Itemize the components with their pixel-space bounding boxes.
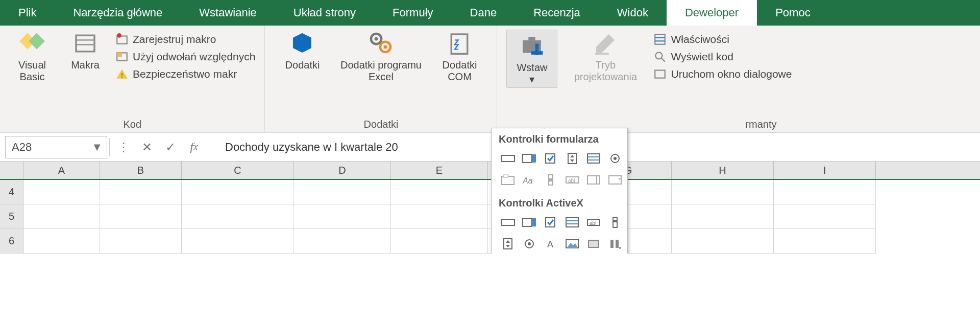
cell[interactable] (100, 229, 182, 254)
design-mode-button[interactable]: Tryb projektowania (565, 30, 646, 83)
ax-button-icon[interactable] (499, 213, 517, 232)
cell[interactable] (391, 229, 488, 254)
form-combobox-icon[interactable] (520, 149, 538, 168)
ax-combobox-icon[interactable] (520, 213, 538, 232)
macros-button[interactable]: Makra (62, 30, 108, 71)
cell[interactable] (391, 204, 488, 229)
cell[interactable] (391, 180, 488, 204)
cell[interactable] (774, 204, 876, 229)
col-header-A[interactable]: A (23, 162, 100, 179)
col-header-C[interactable]: C (182, 162, 294, 179)
cell[interactable] (23, 180, 100, 204)
svg-point-75 (619, 247, 621, 249)
tab-home[interactable]: Narzędzia główne (55, 0, 181, 26)
view-code-button[interactable]: Wyświetl kod (653, 50, 792, 63)
form-listbox-icon[interactable] (584, 149, 603, 168)
form-spinner-icon[interactable] (563, 149, 581, 168)
ax-label-icon[interactable]: A (542, 235, 560, 253)
form-dropdown-icon[interactable] (606, 171, 624, 189)
col-header-D[interactable]: D (294, 162, 391, 179)
com-addins-button[interactable]: Dodatki COM (431, 30, 487, 83)
col-header-B[interactable]: B (100, 162, 182, 179)
tab-insert[interactable]: Wstawianie (181, 0, 275, 26)
cancel-formula-button[interactable]: ✕ (135, 136, 159, 158)
tab-help[interactable]: Pomoc (757, 0, 828, 26)
select-all-corner[interactable] (0, 162, 23, 179)
visual-basic-icon (18, 30, 46, 57)
macros-icon (71, 30, 99, 57)
cell[interactable] (23, 229, 100, 254)
form-button-icon[interactable] (499, 149, 517, 168)
form-groupbox-icon[interactable] (499, 171, 517, 189)
svg-rect-55 (546, 218, 555, 227)
com-addins-icon (446, 30, 473, 57)
formula-dots-button[interactable]: ⋮ (112, 136, 135, 158)
cell[interactable] (294, 180, 391, 204)
form-label-icon[interactable]: Aa (520, 171, 538, 189)
cell[interactable] (294, 229, 391, 254)
tab-formulas[interactable]: Formuły (374, 0, 451, 26)
addins-button[interactable]: Dodatki (274, 30, 330, 71)
svg-text:A: A (547, 239, 553, 249)
tab-view[interactable]: Widok (599, 0, 667, 26)
cell[interactable] (672, 180, 774, 204)
col-header-H[interactable]: H (672, 162, 774, 179)
visual-basic-button[interactable]: Visual Basic (9, 30, 55, 83)
svg-rect-8 (117, 53, 122, 57)
cell[interactable] (294, 204, 391, 229)
tab-data[interactable]: Dane (452, 0, 516, 26)
svg-rect-62 (613, 220, 617, 222)
addins-label: Dodatki (285, 59, 320, 71)
tab-developer[interactable]: Deweloper (667, 0, 757, 26)
svg-rect-54 (532, 218, 536, 226)
cell[interactable] (774, 229, 876, 254)
ax-listbox-icon[interactable] (563, 213, 581, 232)
insert-function-button[interactable]: fx (182, 136, 206, 158)
cell[interactable] (672, 204, 774, 229)
form-optionbutton-icon[interactable] (606, 149, 624, 168)
cell[interactable] (672, 229, 774, 254)
name-box-dropdown-icon[interactable]: ▼ (91, 141, 103, 154)
cell[interactable] (100, 180, 182, 204)
run-dialog-button[interactable]: Uruchom okno dialogowe (653, 67, 792, 81)
view-code-icon (653, 50, 667, 63)
cell[interactable] (182, 229, 294, 254)
properties-button[interactable]: Właściwości (653, 33, 792, 46)
row-header-4[interactable]: 4 (0, 180, 23, 204)
ax-textbox-icon[interactable]: ab| (584, 213, 603, 232)
relative-refs-button[interactable]: Użyj odwołań względnych (115, 50, 255, 63)
ax-checkbox-icon[interactable] (542, 213, 560, 232)
row-header-6[interactable]: 6 (0, 229, 23, 254)
row-header-5[interactable]: 5 (0, 204, 23, 229)
tab-review[interactable]: Recenzja (515, 0, 599, 26)
svg-rect-50 (609, 176, 621, 184)
run-dialog-label: Uruchom okno dialogowe (671, 68, 792, 80)
name-box[interactable]: A28 ▼ (5, 136, 107, 158)
record-macro-button[interactable]: Zarejestruj makro (115, 33, 255, 46)
excel-addins-button[interactable]: Dodatki programu Excel (337, 30, 424, 83)
form-textfield-icon[interactable]: ab| (563, 171, 581, 189)
cell[interactable] (182, 180, 294, 204)
cell[interactable] (774, 180, 876, 204)
properties-icon (653, 33, 667, 46)
ax-togglebutton-icon[interactable] (584, 235, 603, 253)
cell[interactable] (23, 204, 100, 229)
macro-security-button[interactable]: ! Bezpieczeństwo makr (115, 67, 255, 81)
form-scrollbar-icon[interactable] (542, 171, 560, 189)
insert-control-button[interactable]: Wstaw▾ (506, 30, 557, 88)
tab-plik[interactable]: Plik (0, 0, 55, 26)
svg-point-6 (117, 33, 121, 38)
ax-spinner-icon[interactable] (499, 235, 517, 253)
cell[interactable] (182, 204, 294, 229)
ax-more-controls-icon[interactable] (606, 235, 624, 253)
col-header-I[interactable]: I (774, 162, 876, 179)
form-combo-alt-icon[interactable] (584, 171, 603, 189)
ax-scrollbar-icon[interactable] (606, 213, 624, 232)
enter-formula-button[interactable]: ✓ (159, 136, 182, 158)
ax-image-icon[interactable] (563, 235, 581, 253)
cell[interactable] (100, 204, 182, 229)
col-header-E[interactable]: E (391, 162, 488, 179)
form-checkbox-icon[interactable] (542, 149, 560, 168)
tab-page-layout[interactable]: Układ strony (275, 0, 374, 26)
ax-optionbutton-icon[interactable] (520, 235, 538, 253)
